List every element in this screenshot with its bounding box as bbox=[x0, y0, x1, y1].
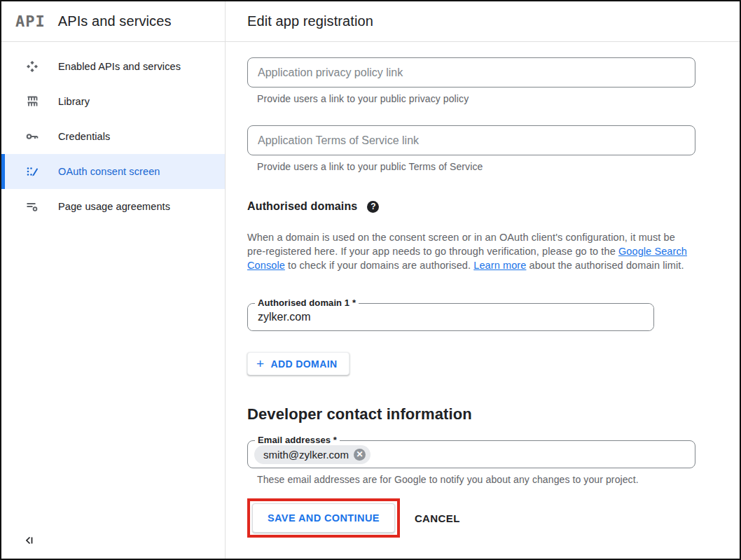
help-icon[interactable]: ? bbox=[367, 201, 379, 213]
add-domain-label: ADD DOMAIN bbox=[271, 358, 338, 370]
tos-field-group: Provide users a link to your public Term… bbox=[247, 125, 740, 172]
api-logo: API bbox=[15, 13, 46, 30]
sidebar-item-credentials[interactable]: Credentials bbox=[1, 119, 225, 154]
sidebar-item-label: Library bbox=[58, 96, 90, 107]
sidebar-title: APIs and services bbox=[58, 13, 172, 29]
sidebar: API APIs and services Enabled APIs and s… bbox=[1, 1, 226, 559]
email-chip: smith@zylker.com ✕ bbox=[254, 445, 370, 464]
collapse-sidebar-button[interactable] bbox=[21, 532, 38, 549]
learn-more-link[interactable]: Learn more bbox=[473, 260, 526, 271]
chip-remove-icon[interactable]: ✕ bbox=[354, 449, 366, 461]
sidebar-item-oauth-consent-screen[interactable]: OAuth consent screen bbox=[1, 154, 225, 189]
collapse-left-icon bbox=[22, 533, 36, 547]
email-addresses-field[interactable]: Email addresses * smith@zylker.com ✕ bbox=[247, 440, 695, 468]
privacy-policy-helper-text: Provide users a link to your public priv… bbox=[257, 93, 740, 104]
sidebar-nav: Enabled APIs and services Library bbox=[1, 49, 225, 224]
plus-icon: + bbox=[256, 357, 265, 370]
authorised-domain-1-field: Authorised domain 1 * bbox=[247, 303, 654, 331]
red-highlight-annotation: SAVE AND CONTINUE bbox=[247, 498, 400, 538]
main-panel: Edit app registration Provide users a li… bbox=[226, 1, 740, 559]
tos-helper-text: Provide users a link to your public Term… bbox=[257, 161, 740, 172]
key-icon bbox=[25, 130, 39, 144]
sidebar-item-label: Credentials bbox=[58, 131, 110, 142]
sidebar-item-label: Page usage agreements bbox=[58, 201, 170, 212]
add-domain-button[interactable]: + ADD DOMAIN bbox=[247, 352, 349, 375]
cancel-button[interactable]: CANCEL bbox=[415, 512, 460, 524]
developer-contact-heading: Developer contact information bbox=[247, 405, 740, 424]
privacy-policy-link-input[interactable] bbox=[247, 57, 695, 88]
email-helper-text: These email addresses are for Google to … bbox=[257, 474, 740, 485]
description-text: about the authorised domain limit. bbox=[526, 260, 684, 271]
main-header: Edit app registration bbox=[226, 1, 740, 42]
enabled-apis-icon bbox=[25, 59, 39, 74]
authorised-domains-heading: Authorised domains bbox=[247, 200, 357, 213]
sidebar-header: API APIs and services bbox=[1, 1, 225, 42]
sidebar-item-enabled-apis[interactable]: Enabled APIs and services bbox=[1, 49, 225, 84]
page-title: Edit app registration bbox=[247, 13, 373, 29]
sidebar-item-label: OAuth consent screen bbox=[58, 166, 160, 177]
library-icon bbox=[25, 94, 39, 108]
page-agreements-icon bbox=[25, 200, 39, 214]
authorised-domain-1-label: Authorised domain 1 * bbox=[255, 298, 359, 308]
authorised-domains-heading-row: Authorised domains ? bbox=[247, 200, 740, 213]
email-addresses-label: Email addresses * bbox=[255, 435, 340, 445]
tos-link-input[interactable] bbox=[247, 125, 695, 155]
authorised-domains-description: When a domain is used on the consent scr… bbox=[247, 230, 695, 272]
edit-app-registration-form: Provide users a link to your public priv… bbox=[226, 42, 740, 538]
email-chip-text: smith@zylker.com bbox=[263, 449, 349, 461]
app-window: API APIs and services Enabled APIs and s… bbox=[0, 0, 741, 560]
sidebar-item-library[interactable]: Library bbox=[1, 84, 225, 119]
save-and-continue-button[interactable]: SAVE AND CONTINUE bbox=[252, 503, 395, 533]
form-actions: SAVE AND CONTINUE CANCEL bbox=[247, 498, 740, 538]
description-text: When a domain is used on the consent scr… bbox=[247, 232, 675, 257]
sidebar-item-label: Enabled APIs and services bbox=[58, 61, 181, 72]
description-text: to check if your domains are authorised. bbox=[285, 260, 473, 271]
sidebar-item-page-usage-agreements[interactable]: Page usage agreements bbox=[1, 189, 225, 224]
oauth-consent-icon bbox=[25, 164, 39, 178]
privacy-policy-field-group: Provide users a link to your public priv… bbox=[247, 57, 740, 104]
